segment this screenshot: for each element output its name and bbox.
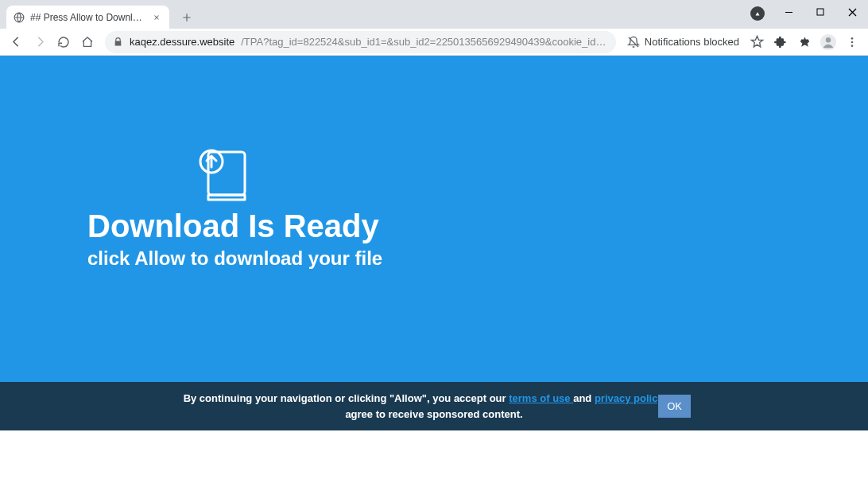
cookie-ok-button[interactable]: OK <box>658 395 691 418</box>
close-window-button[interactable] <box>836 0 868 24</box>
home-button[interactable] <box>76 31 99 53</box>
window-controls <box>773 0 868 24</box>
extension-icon[interactable] <box>793 31 816 53</box>
svg-rect-1 <box>817 9 823 15</box>
lock-icon <box>113 37 123 47</box>
browser-toolbar: kaqez.dessure.website/TPA?tag_id=822524&… <box>0 29 868 56</box>
notifications-blocked-chip[interactable]: Notifications blocked <box>622 36 744 49</box>
terms-of-use-link[interactable]: terms of use <box>509 392 573 404</box>
browser-tab[interactable]: ## Press Allow to Download ## <box>6 6 169 29</box>
cookie-pre-text: By continuing your navigation or clickin… <box>184 392 510 404</box>
maximize-button[interactable] <box>804 0 836 24</box>
profile-avatar-button[interactable] <box>817 31 839 53</box>
close-tab-icon[interactable] <box>150 11 163 24</box>
tab-title: ## Press Allow to Download ## <box>30 12 145 23</box>
svg-point-4 <box>851 37 854 40</box>
notifications-blocked-label: Notifications blocked <box>645 36 739 48</box>
extensions-button[interactable] <box>769 31 792 53</box>
page-content: Download Is Ready click Allow to downloa… <box>0 56 868 430</box>
url-path: /TPA?tag_id=822524&sub_id1=&sub_id2=2250… <box>241 36 608 48</box>
forward-button[interactable] <box>29 31 51 53</box>
bookmark-star-button[interactable] <box>746 31 768 53</box>
hero-block: Download Is Ready click Allow to downloa… <box>87 147 382 270</box>
book-upload-icon <box>199 147 382 204</box>
incognito-indicator-icon[interactable] <box>750 6 765 21</box>
toolbar-right-icons <box>746 31 863 53</box>
svg-point-5 <box>851 41 854 43</box>
bell-off-icon <box>627 36 640 49</box>
window-titlebar: ## Press Allow to Download ## <box>0 0 868 29</box>
reload-button[interactable] <box>52 31 75 53</box>
subline: click Allow to download your file <box>87 247 382 270</box>
svg-point-6 <box>851 45 854 47</box>
cookie-consent-bar: By continuing your navigation or clickin… <box>0 382 868 430</box>
cookie-mid-text: and <box>573 392 595 404</box>
globe-icon <box>13 11 25 24</box>
headline: Download Is Ready <box>87 208 382 244</box>
minimize-button[interactable] <box>773 0 804 24</box>
svg-point-3 <box>826 37 831 42</box>
url-host: kaqez.dessure.website <box>130 36 234 48</box>
cookie-text: By continuing your navigation or clickin… <box>180 391 688 422</box>
address-bar[interactable]: kaqez.dessure.website/TPA?tag_id=822524&… <box>105 31 616 53</box>
new-tab-button[interactable] <box>177 8 196 27</box>
back-button[interactable] <box>5 31 27 53</box>
privacy-policy-link[interactable]: privacy policy <box>595 392 666 404</box>
menu-button[interactable] <box>841 31 863 53</box>
